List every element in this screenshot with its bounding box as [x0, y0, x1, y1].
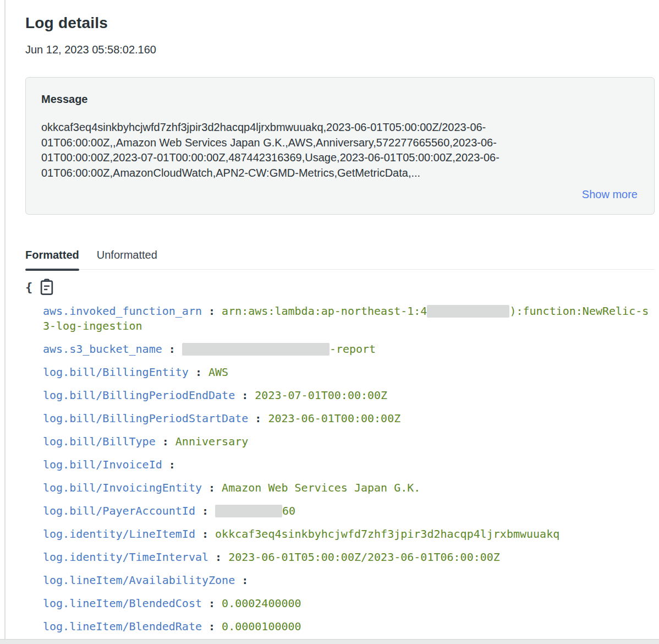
- log-attribute-row: log.bill/BillingPeriodStartDate : 2023-0…: [43, 411, 652, 426]
- key-value-separator: :: [202, 620, 222, 633]
- attribute-key: log.bill/BillType: [43, 435, 156, 448]
- key-value-separator: :: [202, 304, 222, 318]
- log-attribute-row: aws.s3_bucket_name : -report: [43, 342, 652, 357]
- attribute-key: log.lineItem/AvailabilityZone: [43, 574, 235, 587]
- attribute-key: log.lineItem/BlendedCost: [43, 597, 202, 610]
- message-text: okkcaf3eq4sinkbyhcjwfd7zhf3jpir3d2hacqp4…: [41, 120, 638, 181]
- log-attribute-row: log.lineItem/BlendedCost : 0.0002400000: [43, 596, 652, 611]
- attribute-value: 60: [215, 504, 295, 517]
- page-title: Log details: [25, 14, 655, 32]
- open-brace: {: [25, 280, 32, 294]
- key-value-separator: :: [235, 389, 255, 402]
- key-value-separator: :: [195, 504, 215, 517]
- attribute-key: log.bill/BillingEntity: [43, 365, 189, 379]
- key-value-separator: :: [235, 574, 248, 587]
- key-value-separator: :: [162, 458, 175, 471]
- attribute-key: log.identity/LineItemId: [43, 527, 195, 541]
- attribute-value: okkcaf3eq4sinkbyhcjwfd7zhf3jpir3d2hacqp4…: [215, 527, 559, 541]
- message-line: 01T06:00:00Z,,Amazon Web Services Japan …: [41, 135, 638, 151]
- attribute-key: aws.s3_bucket_name: [43, 342, 162, 356]
- panel-content: Log details Jun 12, 2023 05:58:02.160 Me…: [0, 0, 659, 634]
- message-label: Message: [41, 93, 638, 106]
- log-details-panel: Log details Jun 12, 2023 05:58:02.160 Me…: [0, 0, 659, 644]
- format-tabs: FormattedUnformatted: [25, 249, 655, 270]
- attribute-value: 0.0000100000: [222, 620, 301, 633]
- attribute-key: aws.invoked_function_arn: [43, 304, 202, 318]
- attribute-key: log.bill/BillingPeriodEndDate: [43, 389, 235, 402]
- log-attribute-row: log.identity/LineItemId : okkcaf3eq4sink…: [43, 527, 652, 542]
- key-value-separator: :: [162, 342, 182, 356]
- attribute-key: log.bill/InvoicingEntity: [43, 481, 202, 494]
- log-attribute-row: log.identity/TimeInterval : 2023-06-01T0…: [43, 550, 652, 565]
- copy-to-clipboard-icon[interactable]: [39, 278, 55, 296]
- attribute-key: log.bill/InvoiceId: [43, 458, 162, 471]
- attribute-value: -report: [182, 342, 376, 356]
- attribute-value: Amazon Web Services Japan G.K.: [222, 481, 420, 494]
- log-attribute-row: log.bill/BillingPeriodEndDate : 2023-07-…: [43, 388, 652, 403]
- tab-unformatted[interactable]: Unformatted: [97, 249, 157, 269]
- key-value-separator: :: [156, 435, 175, 448]
- redacted-value: [182, 343, 330, 356]
- message-line: 01T00:00:00Z,2023-07-01T00:00:00Z,487442…: [41, 150, 638, 166]
- attribute-value: 2023-06-01T05:00:00Z/2023-06-01T06:00:00…: [228, 550, 500, 564]
- log-attribute-row: log.bill/InvoicingEntity : Amazon Web Se…: [43, 481, 652, 495]
- attribute-value: 2023-06-01T00:00:00Z: [268, 412, 400, 425]
- message-line: 01T06:00:00Z,AmazonCloudWatch,APN2-CW:GM…: [41, 166, 638, 181]
- attribute-value: 0.0002400000: [222, 597, 301, 610]
- bottom-edge-strip: [0, 639, 659, 644]
- key-value-separator: :: [202, 597, 222, 610]
- log-attribute-row: log.lineItem/AvailabilityZone :: [43, 573, 652, 588]
- message-line: okkcaf3eq4sinkbyhcjwfd7zhf3jpir3d2hacqp4…: [41, 120, 638, 135]
- key-value-separator: :: [202, 481, 222, 494]
- key-value-separator: :: [189, 365, 208, 379]
- show-more-link[interactable]: Show more: [582, 188, 638, 200]
- attribute-key: log.bill/BillingPeriodStartDate: [43, 412, 248, 425]
- log-attribute-row: aws.invoked_function_arn : arn:aws:lambd…: [43, 304, 652, 334]
- log-attribute-row: log.bill/PayerAccountId : 60: [43, 504, 652, 519]
- log-attribute-row: log.lineItem/BlendedRate : 0.0000100000: [43, 619, 652, 634]
- attribute-key: log.bill/PayerAccountId: [43, 504, 195, 517]
- log-timestamp: Jun 12, 2023 05:58:02.160: [25, 43, 655, 56]
- key-value-separator: :: [195, 527, 215, 541]
- redacted-value: [427, 305, 509, 318]
- json-header-row: {: [25, 277, 655, 296]
- key-value-separator: :: [248, 412, 268, 425]
- tab-formatted[interactable]: Formatted: [25, 249, 79, 269]
- attribute-value: AWS: [208, 365, 228, 379]
- redacted-value: [215, 505, 282, 517]
- key-value-separator: :: [208, 550, 228, 564]
- show-more-row: Show more: [41, 188, 638, 201]
- attribute-value: Anniversary: [175, 435, 248, 448]
- log-attribute-row: log.bill/InvoiceId :: [43, 457, 652, 472]
- attribute-value: 2023-07-01T00:00:00Z: [255, 389, 387, 402]
- log-attribute-row: log.bill/BillType : Anniversary: [43, 434, 652, 449]
- message-card: Message okkcaf3eq4sinkbyhcjwfd7zhf3jpir3…: [25, 77, 655, 215]
- attribute-key: log.identity/TimeInterval: [43, 550, 208, 564]
- log-attribute-row: log.bill/BillingEntity : AWS: [43, 365, 652, 380]
- attribute-key: log.lineItem/BlendedRate: [43, 620, 202, 633]
- log-attributes-list: aws.invoked_function_arn : arn:aws:lambd…: [25, 304, 652, 634]
